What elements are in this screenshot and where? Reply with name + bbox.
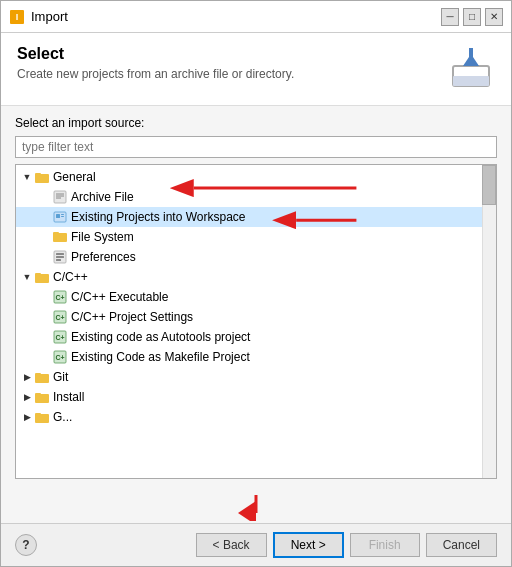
icon-autotools: C+ — [52, 329, 68, 345]
spacer-makefile — [38, 350, 52, 364]
import-source-label: Select an import source: — [15, 116, 497, 130]
folder-icon-general — [34, 169, 50, 185]
page-description: Create new projects from an archive file… — [17, 67, 294, 81]
svg-text:C+: C+ — [55, 334, 64, 341]
spacer-cpp-exe — [38, 290, 52, 304]
svg-rect-3 — [453, 76, 489, 86]
svg-rect-35 — [35, 393, 41, 396]
tree-item-makefile[interactable]: C+ Existing Code as Makefile Project — [16, 347, 482, 367]
svg-text:I: I — [16, 12, 19, 22]
folder-icon-cpp — [34, 269, 50, 285]
header-text: Select Create new projects from an archi… — [17, 45, 294, 81]
tree-item-cpp-project-settings[interactable]: C+ C/C++ Project Settings — [16, 307, 482, 327]
svg-rect-23 — [35, 273, 41, 276]
content-area: Select an import source: ▼ General — [1, 106, 511, 489]
svg-rect-8 — [54, 191, 66, 203]
down-arrow-annotation — [236, 493, 276, 521]
tree-item-preferences[interactable]: Preferences — [16, 247, 482, 267]
back-button[interactable]: < Back — [196, 533, 267, 557]
tree-label-cpp: C/C++ — [53, 270, 88, 284]
expand-icon-more: ▶ — [20, 410, 34, 424]
next-button[interactable]: Next > — [273, 532, 344, 558]
spacer-autotools — [38, 330, 52, 344]
tree-item-cpp-executable[interactable]: C+ C/C++ Executable — [16, 287, 482, 307]
svg-rect-14 — [61, 214, 64, 215]
bottom-arrow-area — [1, 489, 511, 523]
spacer-archive — [38, 190, 52, 204]
footer-area: ? < Back Next > Finish Cancel — [1, 489, 511, 566]
tree-label-more: G... — [53, 410, 72, 424]
maximize-button[interactable]: □ — [463, 8, 481, 26]
footer-right: < Back Next > Finish Cancel — [196, 532, 497, 558]
svg-rect-15 — [61, 216, 64, 217]
icon-existing-projects — [52, 209, 68, 225]
svg-rect-37 — [35, 413, 41, 416]
svg-rect-17 — [53, 232, 59, 235]
folder-icon-install — [34, 389, 50, 405]
close-button[interactable]: ✕ — [485, 8, 503, 26]
spacer-fs — [38, 230, 52, 244]
title-bar: I Import ─ □ ✕ — [1, 1, 511, 33]
cancel-button[interactable]: Cancel — [426, 533, 497, 557]
tree-label-autotools: Existing code as Autotools project — [71, 330, 250, 344]
tree-label-existing-projects: Existing Projects into Workspace — [71, 210, 246, 224]
help-button[interactable]: ? — [15, 534, 37, 556]
tree-item-existing-projects[interactable]: Existing Projects into Workspace — [16, 207, 482, 227]
svg-rect-21 — [56, 259, 61, 261]
page-title: Select — [17, 45, 294, 63]
icon-makefile: C+ — [52, 349, 68, 365]
svg-rect-20 — [56, 256, 64, 258]
spacer-pref — [38, 250, 52, 264]
scrollbar[interactable] — [482, 165, 496, 478]
icon-cpp-executable: C+ — [52, 289, 68, 305]
svg-text:C+: C+ — [55, 294, 64, 301]
expand-icon-install: ▶ — [20, 390, 34, 404]
expand-icon-git: ▶ — [20, 370, 34, 384]
folder-icon-git — [34, 369, 50, 385]
header-icon — [447, 45, 495, 93]
svg-rect-19 — [56, 253, 64, 255]
tree-label-file-system: File System — [71, 230, 134, 244]
filter-input[interactable] — [15, 136, 497, 158]
title-bar-left: I Import — [9, 9, 68, 25]
icon-file-system — [52, 229, 68, 245]
spacer-cpp-proj — [38, 310, 52, 324]
finish-button[interactable]: Finish — [350, 533, 420, 557]
window-title: Import — [31, 9, 68, 24]
import-dialog: I Import ─ □ ✕ Select Create new project… — [0, 0, 512, 567]
tree-wrapper: ▼ General — [15, 164, 497, 479]
footer-left: ? — [15, 534, 37, 556]
svg-text:C+: C+ — [55, 314, 64, 321]
svg-rect-13 — [56, 214, 60, 218]
icon-cpp-project-settings: C+ — [52, 309, 68, 325]
icon-archive-file — [52, 189, 68, 205]
tree-label-general: General — [53, 170, 96, 184]
tree-item-file-system[interactable]: File System — [16, 227, 482, 247]
tree-item-git[interactable]: ▶ Git — [16, 367, 482, 387]
folder-icon-more — [34, 409, 50, 425]
minimize-button[interactable]: ─ — [441, 8, 459, 26]
tree-item-autotools[interactable]: C+ Existing code as Autotools project — [16, 327, 482, 347]
svg-text:C+: C+ — [55, 354, 64, 361]
svg-rect-7 — [35, 173, 41, 176]
tree-inner: ▼ General — [16, 165, 496, 429]
tree-label-preferences: Preferences — [71, 250, 136, 264]
tree-item-archive-file[interactable]: Archive File — [16, 187, 482, 207]
spacer-existing — [38, 210, 52, 224]
tree-item-install[interactable]: ▶ Install — [16, 387, 482, 407]
tree-label-archive-file: Archive File — [71, 190, 134, 204]
tree-label-cpp-executable: C/C++ Executable — [71, 290, 168, 304]
tree-label-makefile: Existing Code as Makefile Project — [71, 350, 250, 364]
tree-label-install: Install — [53, 390, 84, 404]
tree-item-general[interactable]: ▼ General — [16, 167, 482, 187]
tree-item-more[interactable]: ▶ G... — [16, 407, 482, 427]
tree-container[interactable]: ▼ General — [15, 164, 497, 479]
expand-icon-general: ▼ — [20, 170, 34, 184]
tree-label-git: Git — [53, 370, 68, 384]
svg-rect-5 — [469, 48, 473, 66]
header-section: Select Create new projects from an archi… — [1, 33, 511, 106]
tree-item-cpp[interactable]: ▼ C/C++ — [16, 267, 482, 287]
svg-rect-33 — [35, 373, 41, 376]
window-controls: ─ □ ✕ — [441, 8, 503, 26]
scrollbar-thumb[interactable] — [482, 165, 496, 205]
